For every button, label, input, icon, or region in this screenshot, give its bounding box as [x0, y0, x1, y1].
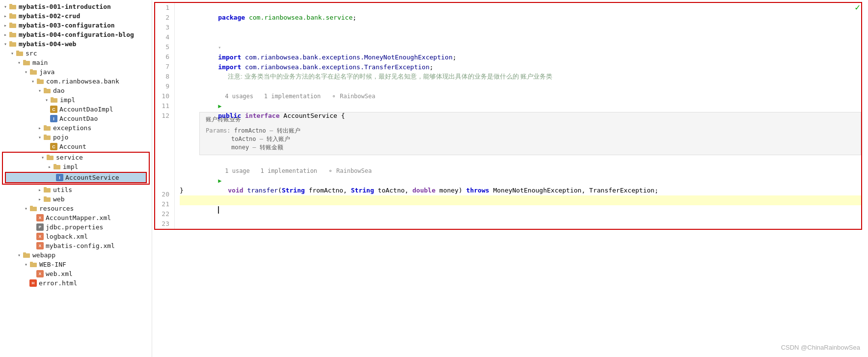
sidebar-label-account: Account: [59, 143, 86, 150]
chevron-impl-dao: [43, 97, 50, 103]
folder-icon: [50, 97, 58, 103]
sidebar-label-accountmapper: AccountMapper.xml: [46, 214, 111, 221]
sidebar-item-webxml[interactable]: X web.xml: [0, 269, 152, 278]
chevron-mybatis002: [2, 13, 9, 19]
folder-icon: [43, 87, 51, 94]
sidebar-item-web[interactable]: web: [0, 194, 152, 204]
code-red-border: 1 2 3 4 5 6 7 8 9 10 11 12 20 21 22 23: [154, 2, 862, 230]
line-num-1: 1: [155, 3, 169, 13]
sidebar-item-accountmapper[interactable]: X AccountMapper.xml: [0, 213, 152, 222]
sidebar-label-mybatis001: mybatis-001-introduction: [19, 3, 111, 10]
chevron-mybatis004blog: [2, 32, 9, 37]
code-line-6: [180, 52, 861, 62]
sidebar-label-accountdaoimpl: AccountDaoImpl: [59, 106, 113, 113]
sidebar-label-pojo: pojo: [53, 134, 68, 141]
sidebar-item-errorhtml[interactable]: H error.html: [0, 278, 152, 288]
svg-rect-39: [30, 262, 33, 264]
code-line-1: package com.rianbowsea.bank.service;: [180, 3, 861, 13]
sidebar-label-dao: dao: [53, 87, 64, 94]
code-line-7: 注意: 业务类当中的业务方法的名字在起名字的时候，最好见名知意，能够体现出具体的…: [180, 62, 861, 72]
sidebar-item-mybatis004-web[interactable]: mybatis-004-web: [0, 39, 152, 49]
svg-rect-37: [23, 252, 26, 254]
sidebar-item-impl-dao[interactable]: impl: [0, 95, 152, 105]
folder-icon: [9, 3, 17, 10]
sidebar-label-impl-service: impl: [63, 163, 78, 170]
code-line-12: [180, 101, 861, 111]
doc-params-line3: money – 转账金额: [206, 143, 855, 152]
line-num-20: 20: [155, 190, 169, 199]
sidebar-item-logback[interactable]: X logback.xml: [0, 232, 152, 241]
sidebar-item-com-rianbowsea[interactable]: com.rianbowsea.bank: [0, 77, 152, 86]
sidebar-item-accountdao[interactable]: I AccountDao: [0, 114, 152, 123]
sidebar-item-mybatis003[interactable]: mybatis-003-configuration: [0, 21, 152, 30]
svg-rect-25: [44, 135, 47, 137]
java-interface-icon: I: [56, 174, 63, 181]
code-line-22: }: [180, 186, 861, 195]
sidebar-item-jdbc[interactable]: P jdbc.properties: [0, 222, 152, 232]
chevron-webapp: [16, 252, 23, 258]
sidebar-item-main[interactable]: main: [0, 58, 152, 67]
chevron-resources: [23, 206, 29, 211]
chevron-com: [29, 79, 36, 84]
service-folder-box: service impl I AccountService: [2, 152, 150, 185]
code-editor: ✓ 1 2 3 4 5 6 7 8 9 10 11 12 20 21 22 23: [152, 0, 868, 357]
sidebar-item-mybatis004-blog[interactable]: mybatis-004-configuration-blog: [0, 30, 152, 39]
sidebar-label-webapp: webapp: [32, 251, 55, 259]
svg-rect-19: [44, 88, 47, 90]
sidebar-label-mybatis003: mybatis-003-configuration: [19, 22, 115, 29]
sidebar-item-java[interactable]: java: [0, 67, 152, 77]
svg-rect-29: [54, 164, 56, 166]
xml-file-icon: X: [36, 214, 44, 221]
chevron-impl-service: [46, 164, 53, 169]
sidebar-label-resources: resources: [39, 205, 74, 212]
sidebar-label-errorhtml: error.html: [39, 279, 77, 287]
chevron-mybatis001: [2, 4, 9, 9]
line-num-5: 5: [155, 42, 169, 52]
sidebar-item-src[interactable]: src: [0, 49, 152, 58]
editor-content: 1 2 3 4 5 6 7 8 9 10 11 12 20 21 22 23: [155, 3, 861, 229]
sidebar-item-pojo[interactable]: pojo: [0, 133, 152, 142]
sidebar-item-service[interactable]: service: [3, 153, 149, 162]
line-num-4: 4: [155, 32, 169, 42]
svg-rect-5: [9, 23, 12, 25]
svg-rect-23: [44, 125, 47, 127]
chevron-src: [9, 51, 16, 56]
svg-rect-9: [9, 41, 12, 43]
sidebar-label-accountdao: AccountDao: [59, 115, 98, 122]
line-num-21: 21: [155, 199, 169, 209]
line-num-11: 11: [155, 101, 169, 111]
java-interface-icon: I: [50, 115, 57, 122]
folder-icon: [46, 154, 54, 161]
sidebar-item-mybatis001[interactable]: mybatis-001-introduction: [0, 2, 152, 11]
sidebar-item-account[interactable]: C Account: [0, 142, 152, 151]
doc-params-line2: toActno – 转入账户: [206, 135, 855, 143]
sidebar-item-accountservice[interactable]: I AccountService: [6, 173, 146, 182]
sidebar-label-mybatis004web: mybatis-004-web: [19, 40, 76, 48]
svg-rect-13: [23, 60, 26, 62]
svg-rect-35: [30, 206, 33, 208]
code-area[interactable]: package com.rianbowsea.bank.service; ▾ i…: [175, 3, 861, 229]
sidebar-item-impl-service[interactable]: impl: [3, 162, 149, 171]
folder-icon: [43, 187, 51, 193]
sidebar-item-webinf[interactable]: WEB-INF: [0, 260, 152, 269]
sidebar-item-resources[interactable]: resources: [0, 204, 152, 213]
code-line-8: [180, 72, 861, 82]
chevron-dao: [36, 88, 43, 93]
folder-icon: [29, 69, 37, 75]
watermark-text: CSDN @ChinaRainbowSea: [781, 344, 860, 351]
sidebar-label-mybatis004blog: mybatis-004-configuration-blog: [19, 31, 134, 38]
sidebar-item-mybatis-config[interactable]: X mybatis-config.xml: [0, 241, 152, 250]
sidebar-item-webapp[interactable]: webapp: [0, 250, 152, 260]
chevron-web: [36, 196, 43, 202]
sidebar-item-dao[interactable]: dao: [0, 86, 152, 95]
sidebar-item-exceptions[interactable]: exceptions: [0, 123, 152, 133]
sidebar-item-mybatis002[interactable]: mybatis-002-crud: [0, 11, 152, 21]
java-class-icon: C: [50, 106, 57, 113]
sidebar-item-utils[interactable]: utils: [0, 185, 152, 194]
sidebar-label-logback: logback.xml: [46, 233, 88, 240]
xml-file-icon: X: [36, 233, 44, 240]
sidebar-item-accountdaoimpl[interactable]: C AccountDaoImpl: [0, 105, 152, 114]
folder-icon: [9, 41, 17, 47]
chevron-mybatis004web: [2, 41, 9, 47]
sidebar-label-jdbc: jdbc.properties: [46, 223, 103, 231]
